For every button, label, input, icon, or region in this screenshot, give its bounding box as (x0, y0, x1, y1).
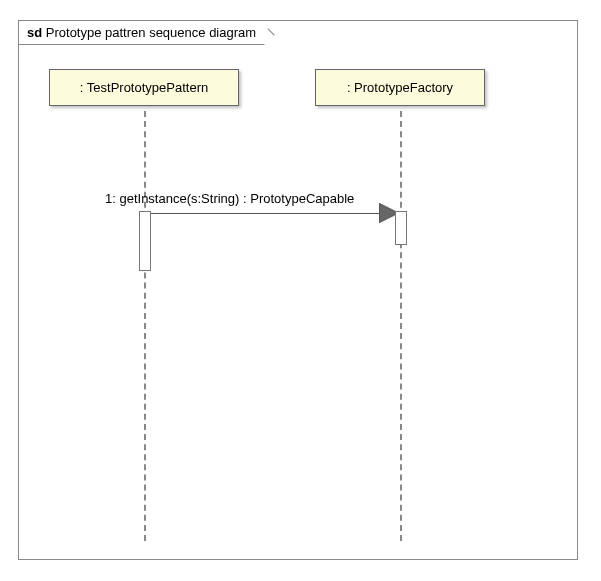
frame-label-notch (255, 25, 275, 45)
lifeline-label: : PrototypeFactory (347, 80, 453, 95)
lifeline-head-factory: : PrototypeFactory (315, 69, 485, 106)
lifeline-head-test: : TestPrototypePattern (49, 69, 239, 106)
message-arrow (151, 213, 391, 214)
message-label: 1: getInstance(s:String) : PrototypeCapa… (105, 191, 354, 206)
lifeline-label: : TestPrototypePattern (80, 80, 208, 95)
diagram-canvas: sd Prototype pattren sequence diagram : … (10, 10, 591, 571)
activation-factory (395, 211, 407, 245)
activation-test (139, 211, 151, 271)
sequence-frame: sd Prototype pattren sequence diagram : … (18, 20, 578, 560)
frame-prefix: sd (27, 25, 42, 40)
frame-title: Prototype pattren sequence diagram (46, 25, 256, 40)
lifeline-line-factory (400, 111, 402, 541)
lifeline-line-test (144, 111, 146, 541)
frame-label: sd Prototype pattren sequence diagram (19, 21, 265, 45)
